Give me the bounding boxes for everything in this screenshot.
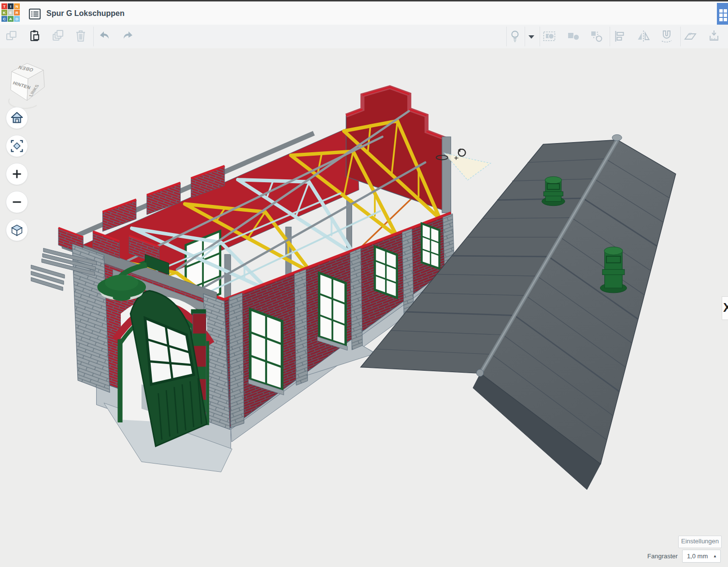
toolbar-separator: [525, 27, 525, 46]
mirror-icon[interactable]: [636, 29, 651, 44]
view-controls: [6, 107, 27, 247]
view-cube[interactable]: OBEN HINTEN LINKS: [7, 57, 60, 111]
snap-grid-row: Fangraster 1,0 mm ▲: [647, 550, 721, 563]
design-title[interactable]: Spur G Lokschuppen: [46, 1, 125, 25]
logo-tile: E: [8, 10, 14, 15]
perspective-toggle-button[interactable]: [6, 219, 28, 241]
title-bar: T I N K E R C A D Spur G Lokschuppen: [0, 1, 728, 25]
caret-up-icon: ▲: [713, 554, 720, 558]
toolbar-separator: [610, 27, 610, 46]
home-view-button[interactable]: [6, 107, 28, 129]
show-dropdown-icon[interactable]: [527, 29, 536, 44]
workplane-icon[interactable]: [683, 29, 698, 44]
back-stepped-gable: [346, 87, 451, 213]
toolbar-separator: [506, 27, 507, 46]
copy-icon[interactable]: [5, 29, 19, 44]
ungroup-all-icon[interactable]: [589, 29, 603, 44]
delete-icon[interactable]: [73, 29, 88, 44]
app-grid-icon: [719, 9, 727, 21]
toolbar-separator: [93, 27, 94, 46]
collapsed-side-panel[interactable]: X: [722, 296, 728, 320]
roof-vent: [542, 176, 565, 205]
apps-grid-button[interactable]: [717, 3, 728, 26]
logo-tile: T: [1, 3, 7, 9]
paste-icon[interactable]: [28, 29, 42, 44]
fit-view-button[interactable]: [6, 135, 28, 157]
redo-icon[interactable]: [120, 29, 134, 44]
snap-icon[interactable]: [659, 29, 674, 44]
align-icon[interactable]: [613, 29, 628, 44]
tinkercad-editor: { "header": { "title": "Spur G Lokschupp…: [0, 0, 728, 567]
settings-button[interactable]: Einstellungen: [678, 536, 722, 548]
logo-tile: I: [8, 3, 14, 9]
snap-grid-label: Fangraster: [647, 552, 678, 560]
toolbar-separator: [540, 27, 540, 46]
logo-tile: D: [14, 16, 20, 22]
group-icon[interactable]: [542, 29, 557, 44]
logo-tile: C: [1, 16, 7, 22]
zoom-in-button[interactable]: [6, 163, 28, 185]
design-properties-icon[interactable]: [28, 8, 42, 20]
rotate-handle[interactable]: [458, 148, 466, 156]
scene-svg: [0, 48, 728, 567]
toolbar-separator: [680, 27, 681, 46]
lokschuppen-building[interactable]: [31, 87, 455, 472]
tinkercad-logo[interactable]: T I N K E R C A D: [1, 3, 21, 23]
ungroup-icon[interactable]: [566, 29, 581, 44]
snap-grid-select[interactable]: 1,0 mm ▲: [682, 550, 721, 563]
zoom-out-button[interactable]: [6, 191, 28, 213]
3d-viewport[interactable]: [0, 48, 728, 567]
logo-tile: K: [1, 10, 7, 15]
show-all-icon[interactable]: [508, 29, 522, 44]
logo-tile: A: [8, 16, 14, 22]
undo-icon[interactable]: [98, 29, 113, 44]
side-panel-glyph: X: [723, 297, 728, 319]
logo-tile: N: [14, 3, 20, 9]
main-toolbar: [0, 25, 728, 49]
duplicate-icon[interactable]: [51, 29, 65, 44]
logo-tile: R: [14, 10, 20, 15]
snap-grid-value: 1,0 mm: [683, 552, 713, 560]
ruler-icon[interactable]: [707, 29, 721, 44]
